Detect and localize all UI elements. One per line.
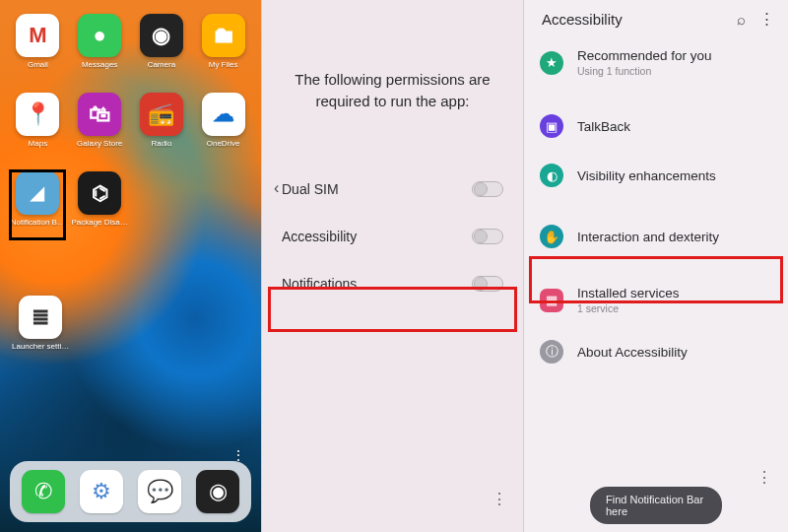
interaction-icon: ✋	[540, 225, 563, 248]
gmail-icon: M	[16, 14, 59, 57]
dock-camera[interactable]: ◉	[196, 470, 239, 513]
header-bar: Accessibility ⌕ ⋮	[524, 0, 788, 35]
page-indicator-icon: ⋮	[231, 447, 245, 463]
app-gmail[interactable]: M Gmail	[8, 14, 68, 85]
overflow-menu-icon[interactable]: ⋮	[492, 490, 507, 508]
app-camera[interactable]: ◉ Camera	[132, 14, 192, 85]
app-radio[interactable]: 📻 Radio	[132, 93, 192, 164]
row-label: Installed services	[577, 286, 680, 300]
my-files-icon: 🖿	[202, 14, 245, 57]
dock-phone[interactable]: ✆	[22, 470, 65, 513]
dock: ⋮ ✆ ⚙ 💬 ◉	[10, 461, 251, 522]
app-label: Maps	[29, 139, 48, 148]
row-about[interactable]: ⓘ About Accessibility	[524, 327, 788, 376]
row-label: Recommended for you	[577, 48, 712, 63]
overflow-menu-icon[interactable]: ⋮	[756, 468, 772, 487]
app-maps[interactable]: 📍 Maps	[8, 93, 68, 164]
app-label: Galaxy Store	[77, 139, 122, 148]
dock-settings[interactable]: ⚙	[80, 470, 123, 513]
app-launcher-settings[interactable]: ≣ Launcher setti…	[12, 296, 69, 366]
app-label: Camera	[148, 60, 175, 69]
app-label: Messages	[82, 60, 117, 69]
installed-services-icon: ▦	[540, 289, 563, 312]
onedrive-icon: ☁	[202, 93, 245, 136]
dock-messages[interactable]: 💬	[138, 470, 181, 513]
app-label: Notification B…	[11, 218, 65, 227]
app-messages[interactable]: ● Messages	[70, 14, 130, 85]
panel-accessibility-settings: Accessibility ⌕ ⋮ ★ Recommended for you …	[524, 0, 788, 532]
app-label: Gmail	[28, 60, 48, 69]
row-sublabel: 1 service	[577, 302, 680, 314]
messages-icon: ●	[78, 14, 121, 57]
row-label: TalkBack	[577, 119, 630, 134]
row-label: About Accessibility	[577, 345, 688, 360]
panel-permissions-dialog: The following permissions are required t…	[262, 0, 524, 532]
package-disabler-icon: ⌬	[78, 171, 121, 215]
back-button[interactable]: ‹	[274, 179, 279, 197]
panel-home-screen: M Gmail ● Messages ◉ Camera 🖿 My Files 📍…	[0, 0, 262, 532]
camera-icon: ◉	[140, 14, 183, 57]
radio-icon: 📻	[140, 93, 183, 136]
permission-list: Dual SIM Accessibility Notifications	[262, 166, 523, 307]
perm-label: Accessibility	[282, 229, 357, 244]
more-options-icon[interactable]: ⋮	[759, 10, 774, 28]
maps-icon: 📍	[16, 93, 59, 136]
recommended-icon: ★	[540, 51, 563, 75]
row-visibility[interactable]: ◐ Visibility enhancements	[524, 151, 788, 200]
search-icon[interactable]: ⌕	[737, 11, 746, 28]
app-label: OneDrive	[207, 139, 240, 148]
row-interaction[interactable]: ✋ Interaction and dexterity	[524, 212, 788, 261]
row-installed-services[interactable]: ▦ Installed services 1 service	[524, 273, 788, 327]
about-icon: ⓘ	[540, 340, 563, 364]
perm-notifications[interactable]: Notifications	[262, 260, 523, 307]
toast-find-notification-bar: Find Notification Bar here	[590, 487, 722, 524]
toggle-accessibility[interactable]	[472, 229, 503, 244]
app-label: Package Disa…	[71, 218, 127, 227]
perm-label: Notifications	[282, 276, 357, 292]
app-galaxy-store[interactable]: 🛍 Galaxy Store	[70, 93, 130, 164]
perm-label: Dual SIM	[282, 181, 339, 197]
row-sublabel: Using 1 function	[577, 65, 712, 77]
row-recommended[interactable]: ★ Recommended for you Using 1 function	[524, 35, 788, 90]
visibility-icon: ◐	[540, 164, 563, 187]
launcher-settings-icon: ≣	[19, 296, 62, 339]
app-label: My Files	[209, 60, 238, 69]
row-label: Visibility enhancements	[577, 168, 716, 183]
app-notification-bar[interactable]: ◢ Notification B…	[8, 171, 68, 242]
row-talkback[interactable]: ▣ TalkBack	[524, 101, 788, 151]
page-title: Accessibility	[542, 11, 623, 28]
app-label: Radio	[151, 139, 171, 148]
galaxy-store-icon: 🛍	[78, 93, 121, 136]
app-onedrive[interactable]: ☁ OneDrive	[193, 93, 253, 164]
notification-bar-icon: ◢	[16, 171, 59, 215]
row-label: Interaction and dexterity	[577, 230, 719, 244]
app-grid: M Gmail ● Messages ◉ Camera 🖿 My Files 📍…	[0, 0, 261, 242]
talkback-icon: ▣	[540, 114, 563, 138]
app-package-disabler[interactable]: ⌬ Package Disa…	[70, 171, 130, 242]
perm-accessibility[interactable]: Accessibility	[262, 213, 523, 260]
toggle-dual-sim[interactable]	[472, 181, 503, 197]
app-label: Launcher setti…	[12, 342, 69, 351]
permissions-title: The following permissions are required t…	[262, 0, 523, 140]
perm-dual-sim[interactable]: Dual SIM	[262, 166, 523, 213]
app-my-files[interactable]: 🖿 My Files	[193, 14, 253, 85]
toggle-notifications[interactable]	[472, 276, 503, 292]
